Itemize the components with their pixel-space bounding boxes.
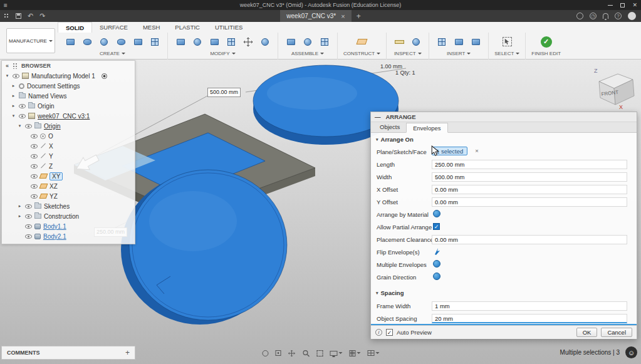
finish-edit-check-icon[interactable]: ✓ xyxy=(539,35,553,49)
tab-close-icon[interactable]: × xyxy=(341,13,345,20)
group-modify-label[interactable]: MODIFY xyxy=(210,51,229,56)
look-at-icon[interactable] xyxy=(275,350,281,356)
info-icon[interactable]: i xyxy=(375,329,382,336)
expander-open-icon[interactable]: ▾ xyxy=(11,113,16,118)
rigid-group-icon[interactable] xyxy=(318,35,331,49)
assistant-icon[interactable]: ☺ xyxy=(625,346,637,358)
revolve-icon[interactable] xyxy=(97,35,111,49)
new-tab-icon[interactable]: + xyxy=(357,12,361,21)
tree-item-origin-point[interactable]: O xyxy=(2,131,135,141)
shell-icon[interactable] xyxy=(207,35,221,49)
tree-item-axis-z[interactable]: Z xyxy=(2,161,135,171)
tree-item-axis-y[interactable]: Y xyxy=(2,151,135,161)
tab-solid[interactable]: SOLID xyxy=(58,22,92,33)
press-pull-icon[interactable] xyxy=(174,35,187,49)
visibility-eye-icon[interactable] xyxy=(31,154,38,159)
job-status-icon[interactable]: ◷ xyxy=(590,13,597,19)
dimension-width-label[interactable]: 500.00 mm xyxy=(207,88,241,97)
visibility-eye-icon[interactable] xyxy=(31,134,38,138)
tree-item-plane-xy[interactable]: XY xyxy=(2,171,135,181)
visibility-eye-icon[interactable] xyxy=(25,204,32,209)
flip-envelopes-icon[interactable] xyxy=(432,247,441,257)
viewports-icon[interactable] xyxy=(367,350,379,356)
arrange-by-material-toggle-icon[interactable] xyxy=(433,210,440,217)
grid-snap-icon[interactable] xyxy=(349,350,360,356)
loft-icon[interactable] xyxy=(131,35,145,49)
tree-item-manufacturing-model[interactable]: ▾ Manufacturing Model 1 xyxy=(2,71,135,81)
visibility-eye-icon[interactable] xyxy=(19,114,26,118)
construction-plane-icon[interactable] xyxy=(355,35,369,49)
comments-panel[interactable]: COMMENTS + xyxy=(1,346,135,360)
group-finish-label[interactable]: FINISH EDIT xyxy=(531,51,561,56)
dialog-tab-objects[interactable]: Objects xyxy=(373,122,406,132)
active-target-icon[interactable] xyxy=(102,73,107,79)
collapse-panel-icon[interactable]: « xyxy=(6,63,9,69)
user-avatar[interactable] xyxy=(628,12,636,20)
expander-closed-icon[interactable]: ▸ xyxy=(11,93,16,98)
tree-item-plane-xz[interactable]: XZ xyxy=(2,181,135,191)
minimize-icon[interactable] xyxy=(608,5,613,6)
visibility-eye-icon[interactable] xyxy=(25,214,32,219)
length-field[interactable]: 250.00 mm xyxy=(432,160,627,169)
orbit-icon[interactable] xyxy=(262,350,268,356)
close-icon[interactable]: ✕ xyxy=(632,2,637,8)
pan-icon[interactable] xyxy=(288,350,295,357)
tab-mesh[interactable]: MESH xyxy=(135,22,167,33)
assemble-component-icon[interactable] xyxy=(284,35,298,49)
expander-closed-icon[interactable]: ▸ xyxy=(17,204,23,209)
help-icon[interactable]: ? xyxy=(615,13,622,19)
expander-closed-icon[interactable]: ▸ xyxy=(17,214,23,219)
tab-plastic[interactable]: PLASTIC xyxy=(167,22,207,33)
view-cube[interactable]: Z FRONT X xyxy=(590,63,640,112)
placement-clearance-field[interactable]: 0.00 mm xyxy=(432,235,627,244)
expander-closed-icon[interactable]: ▸ xyxy=(11,103,16,108)
group-select-label[interactable]: SELECT xyxy=(494,51,514,56)
section-arrange-on[interactable]: ▾ Arrange On xyxy=(376,136,414,143)
combine-icon[interactable] xyxy=(224,35,238,49)
expander-open-icon[interactable]: ▾ xyxy=(17,123,23,128)
tree-item-plane-yz[interactable]: YZ xyxy=(2,191,135,201)
notifications-bell-icon[interactable] xyxy=(603,13,608,19)
group-assemble-label[interactable]: ASSEMBLE xyxy=(291,51,318,56)
insert-canvas-icon[interactable] xyxy=(469,35,482,49)
section-analysis-icon[interactable] xyxy=(409,35,423,49)
fillet-icon[interactable] xyxy=(190,35,204,49)
x-offset-field[interactable]: 0.00 mm xyxy=(432,185,627,194)
tree-item-sketches[interactable]: ▸ Sketches xyxy=(2,201,135,211)
tree-item-named-views[interactable]: ▸ Named Views xyxy=(2,91,135,101)
tab-utilities[interactable]: UTILITIES xyxy=(207,22,250,33)
tree-item-construction[interactable]: ▸ Construction xyxy=(2,211,135,221)
visibility-eye-icon[interactable] xyxy=(25,124,32,128)
tree-item-body2[interactable]: Body2.1 xyxy=(2,231,135,241)
visibility-eye-icon[interactable] xyxy=(25,234,32,239)
drag-handle-icon[interactable] xyxy=(13,63,18,69)
move-icon[interactable] xyxy=(241,35,255,49)
add-comment-icon[interactable]: + xyxy=(125,348,130,357)
visibility-eye-icon[interactable] xyxy=(31,194,38,199)
visibility-eye-icon[interactable] xyxy=(25,224,32,229)
measure-icon[interactable] xyxy=(392,35,406,49)
tree-item-document-settings[interactable]: ▸ Document Settings xyxy=(2,81,135,91)
tree-item-axis-x[interactable]: X xyxy=(2,141,135,151)
physical-material-icon[interactable] xyxy=(258,35,272,49)
dialog-tab-envelopes[interactable]: Envelopes xyxy=(406,123,447,133)
group-insert-label[interactable]: INSERT xyxy=(447,51,465,56)
dialog-header[interactable]: — ARRANGE xyxy=(371,112,637,122)
multiple-envelopes-toggle-icon[interactable] xyxy=(433,260,440,268)
visibility-eye-icon[interactable] xyxy=(31,144,38,148)
visibility-eye-icon[interactable] xyxy=(13,74,19,78)
workspace-selector[interactable]: MANUFACTURE xyxy=(6,28,55,53)
select-tool-icon[interactable] xyxy=(500,35,514,49)
joint-icon[interactable] xyxy=(301,35,315,49)
pattern-icon[interactable] xyxy=(148,35,162,49)
expander-open-icon[interactable]: ▾ xyxy=(4,73,10,78)
maximize-icon[interactable] xyxy=(620,3,625,8)
visibility-eye-icon[interactable] xyxy=(19,104,26,108)
object-spacing-field[interactable]: 20 mm xyxy=(432,314,627,323)
cancel-button[interactable]: Cancel xyxy=(601,328,632,337)
clear-selection-icon[interactable]: × xyxy=(473,147,481,154)
new-component-icon[interactable] xyxy=(63,35,77,49)
insert-svg-icon[interactable] xyxy=(452,35,466,49)
app-menu-icon[interactable]: ≡ xyxy=(4,2,8,9)
plane-selection-button[interactable]: 1 selected xyxy=(432,147,467,155)
